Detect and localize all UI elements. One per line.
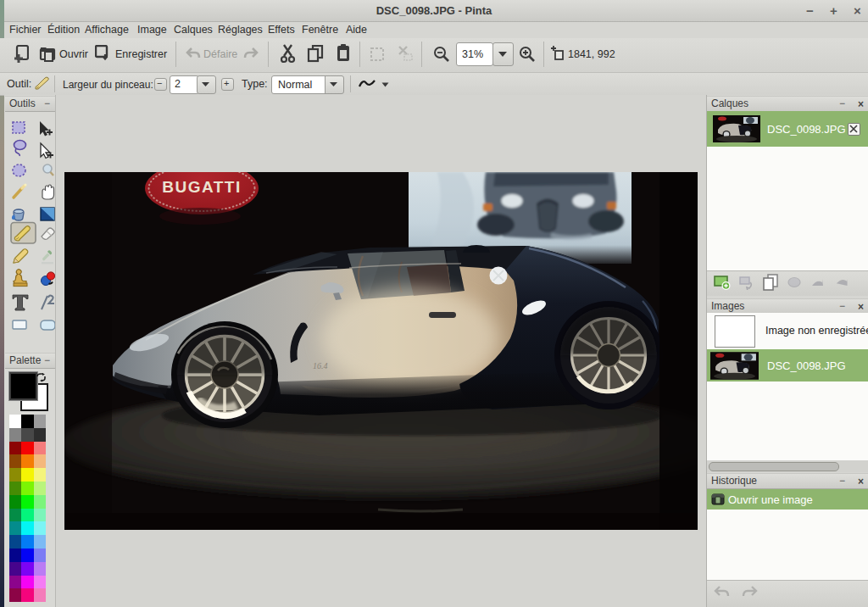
svg-text:BUGATTI: BUGATTI [162,178,242,196]
svg-text:16.4: 16.4 [313,361,328,370]
